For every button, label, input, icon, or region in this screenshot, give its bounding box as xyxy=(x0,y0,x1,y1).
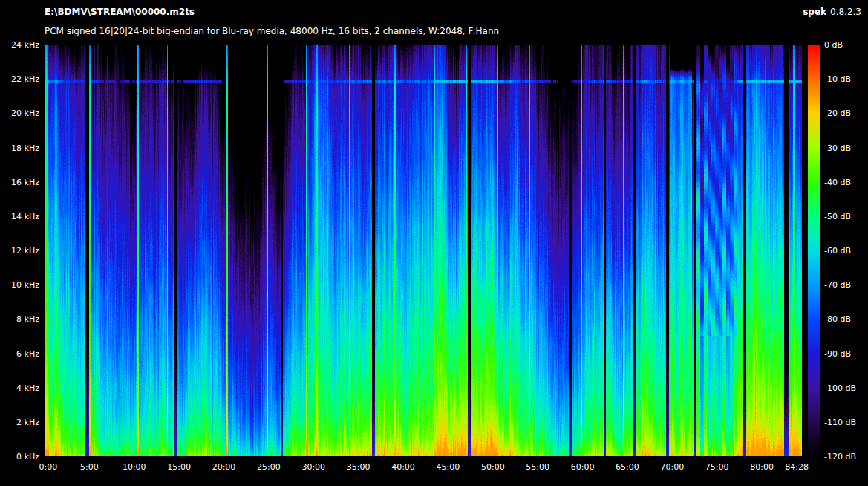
stream-description: PCM signed 16|20|24-bit big-endian for B… xyxy=(45,26,499,36)
time-tick-label: 10:00 xyxy=(123,462,146,472)
time-tick-label: 15:00 xyxy=(167,462,191,472)
app-brand: spek0.8.2.3 xyxy=(803,7,861,17)
db-tick-label: -30 dB xyxy=(824,143,851,152)
db-tick-label: -20 dB xyxy=(824,108,851,118)
freq-tick-label: 2 kHz xyxy=(16,417,39,427)
db-tick-label: -10 dB xyxy=(824,74,851,84)
freq-tick-label: 20 kHz xyxy=(11,108,39,118)
freq-tick-label: 16 kHz xyxy=(11,177,39,187)
freq-tick-label: 4 kHz xyxy=(16,383,39,392)
freq-tick-label: 22 kHz xyxy=(11,74,39,84)
db-tick-label: -100 dB xyxy=(824,383,856,392)
time-axis: 0:005:0010:0015:0020:0025:0030:0035:0040… xyxy=(45,462,802,474)
spek-window: E:\BDMV\STREAM\00000.m2ts spek0.8.2.3 PC… xyxy=(0,0,868,486)
time-tick-label: 50:00 xyxy=(481,462,505,472)
freq-tick-label: 0 kHz xyxy=(16,452,39,461)
time-tick-label: 65:00 xyxy=(616,462,639,472)
time-tick-label: 55:00 xyxy=(526,462,549,472)
time-tick-label: 40:00 xyxy=(391,462,415,472)
db-tick-label: -80 dB xyxy=(824,314,851,324)
db-tick-label: -60 dB xyxy=(824,246,851,256)
file-path-title: E:\BDMV\STREAM\00000.m2ts xyxy=(45,7,195,17)
time-tick-label: 0:00 xyxy=(39,462,58,472)
app-version: 0.8.2.3 xyxy=(830,7,861,17)
legend-gradient xyxy=(808,45,820,456)
freq-axis: 24 kHz22 kHz20 kHz18 kHz16 kHz14 kHz12 k… xyxy=(0,45,42,456)
freq-tick-label: 6 kHz xyxy=(16,349,39,358)
db-tick-label: -50 dB xyxy=(824,211,851,221)
time-tick-label: 20:00 xyxy=(212,462,236,472)
freq-tick-label: 18 kHz xyxy=(11,143,39,152)
time-tick-label: 25:00 xyxy=(257,462,281,472)
time-tick-label: 84:28 xyxy=(785,462,809,472)
freq-tick-label: 10 kHz xyxy=(11,280,39,290)
db-tick-label: -70 dB xyxy=(824,280,851,290)
db-tick-label: -90 dB xyxy=(824,349,851,358)
db-tick-label: -120 dB xyxy=(824,452,856,461)
time-tick-label: 5:00 xyxy=(80,462,99,472)
freq-tick-label: 8 kHz xyxy=(16,314,39,324)
app-name: spek xyxy=(803,7,826,17)
legend-region xyxy=(808,45,820,456)
time-tick-label: 45:00 xyxy=(437,462,460,472)
spectrogram-canvas xyxy=(45,45,802,456)
db-tick-label: -110 dB xyxy=(824,417,856,427)
freq-tick-label: 14 kHz xyxy=(11,211,39,221)
time-tick-label: 75:00 xyxy=(705,462,729,472)
db-tick-label: 0 dB xyxy=(824,40,843,50)
freq-tick-label: 24 kHz xyxy=(11,40,39,50)
time-tick-label: 30:00 xyxy=(301,462,325,472)
time-tick-label: 80:00 xyxy=(750,462,774,472)
time-tick-label: 60:00 xyxy=(571,462,595,472)
db-axis: 0 dB-10 dB-20 dB-30 dB-40 dB-50 dB-60 dB… xyxy=(824,45,867,456)
time-tick-label: 35:00 xyxy=(347,462,371,472)
db-tick-label: -40 dB xyxy=(824,177,851,187)
time-tick-label: 70:00 xyxy=(660,462,684,472)
spectrogram-region xyxy=(45,45,802,456)
freq-tick-label: 12 kHz xyxy=(11,246,39,256)
